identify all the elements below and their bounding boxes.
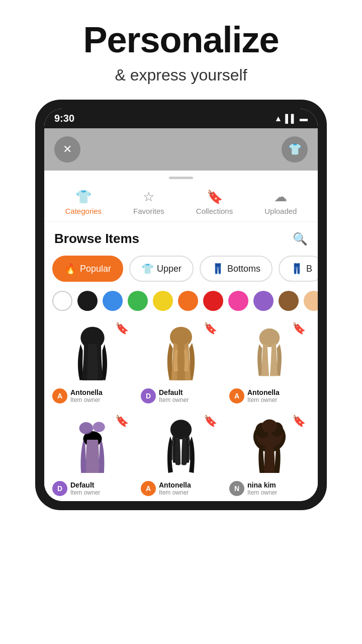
color-green[interactable] [128, 291, 148, 311]
pill-popular-label: Popular [80, 264, 111, 274]
owner-name: nina kim [247, 481, 277, 489]
svg-point-13 [262, 420, 277, 433]
color-row [44, 286, 318, 316]
svg-point-2 [259, 329, 280, 347]
browse-title: Browse Items [54, 231, 139, 247]
tabs-row: 👕 Categories ☆ Favorites 🔖 Collections ☁… [44, 179, 318, 222]
item-owner-2: D Default Item owner [141, 385, 221, 409]
phone-screen: 9:30 ▲ ▌▌ ▬ ✕ 👕 👕 Categories [44, 109, 318, 501]
shirt-icon: 👕 [288, 143, 302, 156]
tab-favorites-label: Favorites [133, 207, 164, 215]
avatar: A [141, 481, 156, 496]
owner-role: Item owner [247, 489, 277, 496]
svg-point-6 [79, 422, 93, 434]
svg-point-7 [93, 422, 105, 432]
pill-bottoms-label: Bottoms [227, 264, 260, 274]
bookmark-button[interactable]: 🔖 [204, 322, 217, 335]
color-white[interactable] [52, 291, 72, 311]
tab-uploaded-label: Uploaded [264, 207, 297, 215]
app-header-bar: ✕ 👕 [44, 128, 318, 171]
list-item: 🔖 D [137, 316, 225, 409]
tab-favorites[interactable]: ☆ Favorites [127, 187, 170, 217]
color-pink[interactable] [228, 291, 248, 311]
pill-extra-label: B [306, 264, 312, 274]
hair-svg-2 [158, 325, 204, 380]
bookmark-button[interactable]: 🔖 [115, 322, 129, 335]
collections-icon: 🔖 [207, 189, 223, 205]
tab-categories-label: Categories [65, 207, 102, 215]
phone-frame: 9:30 ▲ ▌▌ ▬ ✕ 👕 👕 Categories [35, 100, 327, 510]
item-owner-4: D Default Item owner [52, 478, 133, 501]
hero-section: Personalize & express yourself [0, 0, 362, 100]
close-icon: ✕ [63, 143, 72, 156]
color-peach[interactable] [304, 291, 318, 311]
avatar: A [52, 388, 67, 404]
pill-popular[interactable]: 🔥 Popular [52, 256, 123, 282]
owner-name: Default [159, 388, 189, 396]
hair-svg-5 [158, 418, 204, 473]
uploaded-icon: ☁ [274, 189, 287, 205]
bottom-sheet: 👕 Categories ☆ Favorites 🔖 Collections ☁… [44, 177, 318, 501]
hair-svg-1 [70, 325, 115, 380]
hair-svg-3 [247, 325, 292, 380]
hero-subtitle: & express yourself [10, 66, 352, 85]
owner-name: Antonella [247, 388, 280, 396]
categories-icon: 👕 [75, 189, 92, 205]
hair-svg-6 [247, 418, 292, 473]
color-black[interactable] [77, 291, 98, 311]
owner-role: Item owner [70, 489, 100, 496]
avatar: A [229, 388, 244, 404]
svg-point-8 [170, 420, 192, 439]
hair-svg-4 [70, 418, 115, 473]
fire-icon: 🔥 [64, 263, 77, 275]
avatar: D [141, 388, 156, 404]
list-item: 🔖 A Antonel [48, 316, 137, 409]
pill-extra[interactable]: 👖 B [279, 256, 318, 282]
tab-categories[interactable]: 👕 Categories [59, 187, 108, 217]
search-icon: 🔍 [293, 232, 308, 246]
list-item: 🔖 [225, 409, 314, 501]
item-owner-1: A Antonella Item owner [52, 385, 133, 409]
status-bar: 9:30 ▲ ▌▌ ▬ [44, 109, 318, 128]
owner-role: Item owner [159, 489, 191, 496]
status-icons: ▲ ▌▌ ▬ [274, 114, 308, 123]
item-owner-6: N nina kim Item owner [229, 478, 310, 501]
shirt-button[interactable]: 👕 [282, 136, 308, 163]
owner-name: Antonella [70, 388, 103, 396]
items-grid: 🔖 A Antonel [44, 316, 318, 501]
list-item: 🔖 [137, 409, 225, 501]
bottoms-icon: 👖 [212, 263, 224, 275]
avatar: N [229, 481, 244, 496]
owner-role: Item owner [247, 396, 280, 404]
owner-role: Item owner [70, 396, 103, 404]
bookmark-button[interactable]: 🔖 [204, 415, 217, 428]
browse-header: Browse Items 🔍 [44, 222, 318, 252]
color-blue[interactable] [103, 291, 123, 311]
color-purple[interactable] [253, 291, 274, 311]
extra-icon: 👖 [291, 263, 303, 275]
tab-uploaded[interactable]: ☁ Uploaded [258, 187, 303, 217]
signal-icon: ▌▌ [285, 114, 297, 123]
color-yellow[interactable] [153, 291, 173, 311]
hero-title: Personalize [10, 20, 352, 60]
bookmark-button[interactable]: 🔖 [115, 415, 129, 428]
item-owner-3: A Antonella Item owner [229, 385, 310, 409]
owner-role: Item owner [159, 396, 189, 404]
color-orange[interactable] [178, 291, 198, 311]
item-owner-5: A Antonella Item owner [141, 478, 221, 501]
pill-upper[interactable]: 👕 Upper [129, 256, 194, 282]
wifi-icon: ▲ [274, 114, 282, 123]
bookmark-button[interactable]: 🔖 [292, 415, 306, 428]
close-button[interactable]: ✕ [54, 136, 80, 163]
favorites-icon: ☆ [143, 189, 154, 205]
pill-bottoms[interactable]: 👖 Bottoms [200, 256, 273, 282]
color-red[interactable] [203, 291, 223, 311]
tab-collections[interactable]: 🔖 Collections [190, 187, 239, 217]
owner-name: Antonella [159, 481, 191, 489]
search-button[interactable]: 🔍 [293, 232, 308, 246]
category-pills: 🔥 Popular 👕 Upper 👖 Bottoms 👖 B [44, 252, 318, 286]
pill-upper-label: Upper [157, 264, 182, 274]
bookmark-button[interactable]: 🔖 [292, 322, 306, 335]
color-brown[interactable] [279, 291, 299, 311]
status-time: 9:30 [54, 113, 74, 124]
